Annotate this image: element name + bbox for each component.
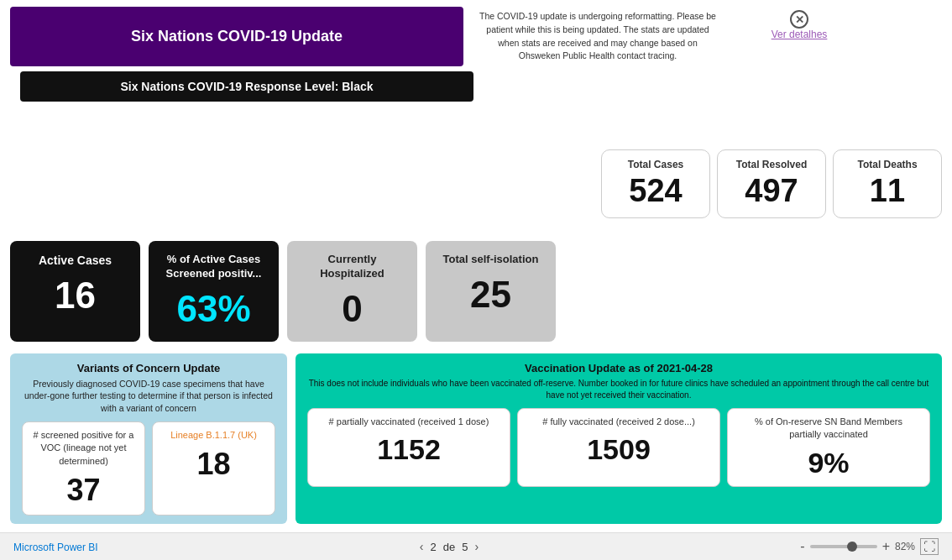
total-resolved-value: 497 <box>731 174 812 209</box>
hospitalized-value: 0 <box>301 288 404 330</box>
content-wrapper: Six Nations COVID-19 Response Level: Bla… <box>0 70 952 532</box>
active-cases-card: Active Cases 16 <box>10 241 140 342</box>
total-resolved-card: Total Resolved 497 <box>717 149 826 218</box>
fullscreen-icon[interactable]: ⛶ <box>920 538 939 555</box>
zoom-level-label: 82% <box>895 541 915 552</box>
response-level-bar: Six Nations COVID-19 Response Level: Bla… <box>20 71 473 102</box>
total-cases-value: 524 <box>615 174 696 209</box>
close-icon[interactable]: ✕ <box>790 10 808 29</box>
partially-vaccinated-value: 1152 <box>318 433 500 466</box>
vaccination-panel: Vaccination Update as of 2021-04-28 This… <box>296 353 942 524</box>
top-stats-group: Total Cases 524 Total Resolved 497 Total… <box>601 149 942 218</box>
voc-screened-card: # screened positive for a VOC (lineage n… <box>22 421 145 516</box>
notice-text: The COVID-19 update is undergoing reform… <box>472 7 724 66</box>
page-navigation: ‹ 2 de 5 › <box>420 540 479 553</box>
total-cases-label: Total Cases <box>615 159 696 170</box>
on-reserve-vaccinated-value: 9% <box>738 447 919 479</box>
active-cases-label: Active Cases <box>24 253 127 268</box>
page-separator: de <box>443 541 455 553</box>
vaccination-description: This does not include individuals who ha… <box>307 378 930 401</box>
self-isolation-label: Total self-isolation <box>439 253 542 267</box>
ver-detalhes-link[interactable]: Ver detalhes <box>772 29 828 40</box>
total-deaths-value: 11 <box>847 174 928 209</box>
power-bi-link[interactable]: Microsoft Power BI <box>13 542 98 553</box>
fully-vaccinated-label: # fully vaccinated (received 2 dose...) <box>528 416 709 428</box>
self-isolation-card: Total self-isolation 25 <box>426 241 556 342</box>
partially-vaccinated-card: # partially vaccinated (received 1 dose)… <box>307 408 510 487</box>
on-reserve-vaccinated-card: % of On-reserve SN Band Members partiall… <box>727 408 930 487</box>
screened-positive-card: % of Active Cases Screened positiv... 63… <box>149 241 279 342</box>
prev-page-arrow[interactable]: ‹ <box>420 540 424 553</box>
hospitalized-card: Currently Hospitalized 0 <box>287 241 417 342</box>
next-page-arrow[interactable]: › <box>474 540 479 553</box>
main-container: Six Nations COVID-19 Update The COVID-19… <box>0 0 952 560</box>
variants-panel: Variants of Concern Update Previously di… <box>10 353 287 524</box>
partially-vaccinated-label: # partially vaccinated (received 1 dose) <box>318 416 500 428</box>
variants-title: Variants of Concern Update <box>22 362 275 374</box>
total-deaths-label: Total Deaths <box>847 159 928 170</box>
on-reserve-vaccinated-label: % of On-reserve SN Band Members partiall… <box>738 416 919 442</box>
zoom-slider-thumb[interactable] <box>847 542 857 552</box>
lineage-label: Lineage B.1.1.7 (UK) <box>163 429 264 442</box>
zoom-minus-button[interactable]: - <box>800 539 804 554</box>
middle-section: Active Cases 16 % of Active Cases Screen… <box>0 234 952 348</box>
screened-positive-value: 63% <box>162 288 265 330</box>
page-total: 5 <box>462 541 468 553</box>
variants-description: Previously diagnosed COVID-19 case speci… <box>22 378 275 415</box>
footer-brand[interactable]: Microsoft Power BI <box>13 539 98 554</box>
zoom-plus-button[interactable]: + <box>882 539 890 554</box>
total-resolved-label: Total Resolved <box>731 159 812 170</box>
notice-right: ✕ Ver detalhes <box>732 7 866 66</box>
total-deaths-card: Total Deaths 11 <box>833 149 942 218</box>
fully-vaccinated-card: # fully vaccinated (received 2 dose...) … <box>517 408 720 487</box>
variants-cards-group: # screened positive for a VOC (lineage n… <box>22 421 275 516</box>
zoom-controls: - + 82% ⛶ <box>800 538 939 555</box>
page-title: Six Nations COVID-19 Update <box>10 7 463 66</box>
zoom-slider[interactable] <box>810 545 877 548</box>
self-isolation-value: 25 <box>439 274 542 316</box>
footer: Microsoft Power BI ‹ 2 de 5 › - + 82% ⛶ <box>0 532 952 560</box>
lineage-value: 18 <box>163 447 264 482</box>
lineage-card: Lineage B.1.1.7 (UK) 18 <box>152 421 275 516</box>
page-current: 2 <box>431 541 437 553</box>
active-cases-value: 16 <box>24 275 127 317</box>
voc-screened-label: # screened positive for a VOC (lineage n… <box>33 429 134 468</box>
bottom-section: Variants of Concern Update Previously di… <box>0 348 952 529</box>
total-cases-card: Total Cases 524 <box>601 149 710 218</box>
screened-positive-label: % of Active Cases Screened positiv... <box>162 253 265 281</box>
hospitalized-label: Currently Hospitalized <box>301 253 404 281</box>
header-section: Six Nations COVID-19 Update The COVID-19… <box>0 0 952 70</box>
vax-cards-group: # partially vaccinated (received 1 dose)… <box>307 408 930 487</box>
vaccination-title: Vaccination Update as of 2021-04-28 <box>307 362 930 374</box>
voc-screened-value: 37 <box>33 473 134 508</box>
fully-vaccinated-value: 1509 <box>528 433 709 466</box>
